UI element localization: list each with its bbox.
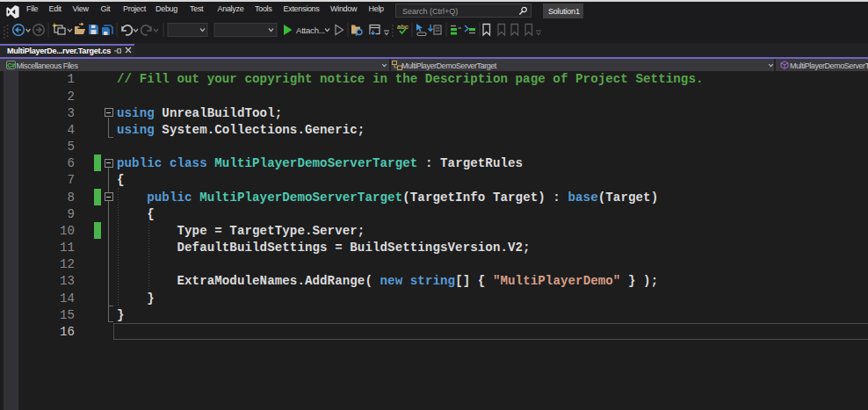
svg-text:C#: C# (7, 61, 15, 68)
svg-text:Attach...: Attach... (296, 25, 325, 35)
svg-text:abc: abc (397, 23, 409, 31)
